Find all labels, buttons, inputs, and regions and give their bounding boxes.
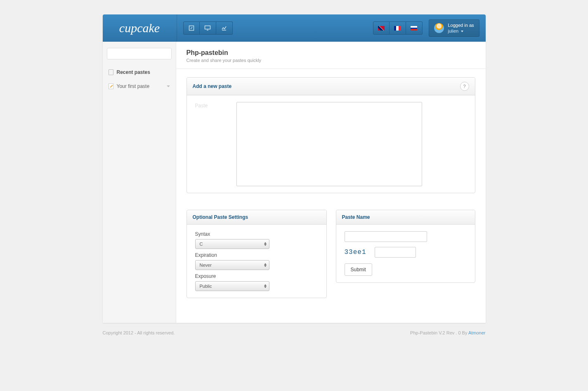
avatar	[434, 23, 444, 33]
submit-button[interactable]: Submit	[345, 263, 372, 276]
header: cupcake	[103, 14, 486, 42]
sidebar-item-first-paste[interactable]: Your first paste	[107, 81, 172, 92]
page-title: Php-pastebin	[187, 49, 475, 57]
expiration-select[interactable]: Never	[195, 260, 269, 270]
page-subtitle: Create and share your pastes quickly	[187, 58, 475, 63]
page-header: Php-pastebin Create and share your paste…	[176, 42, 486, 69]
paste-name-input[interactable]	[345, 231, 427, 242]
sidebar-item-label: Your first paste	[117, 83, 150, 89]
language-switcher	[373, 21, 423, 35]
lang-fr-button[interactable]	[390, 21, 406, 35]
select-arrows-icon	[264, 242, 267, 246]
syntax-select[interactable]: C	[195, 239, 269, 249]
logo[interactable]: cupcake	[119, 21, 160, 35]
select-arrows-icon	[264, 284, 267, 288]
settings-panel: Optional Paste Settings Syntax C	[187, 210, 327, 298]
uk-flag-icon	[378, 26, 385, 31]
chevron-down-icon	[167, 85, 170, 87]
stats-button[interactable]	[216, 21, 233, 35]
exposure-label: Exposure	[195, 273, 318, 279]
exposure-value: Public	[200, 284, 212, 289]
footer-link-atmoner[interactable]: Atmoner	[468, 330, 486, 335]
search-wrap	[107, 48, 172, 59]
syntax-label: Syntax	[195, 231, 318, 237]
footer-right-prefix: Php-Pastebin V.2 Rev . 0 By	[410, 330, 468, 335]
chart-icon	[221, 25, 227, 31]
captcha-text: 33ee1	[345, 249, 366, 256]
compose-icon	[189, 25, 194, 31]
display-button[interactable]	[200, 21, 216, 35]
add-paste-panel-head: Add a new paste ?	[187, 78, 475, 95]
username: julien	[448, 28, 459, 33]
lang-en-button[interactable]	[373, 21, 390, 35]
fr-flag-icon	[394, 26, 401, 31]
expiration-label: Expiration	[195, 252, 318, 258]
lang-ru-button[interactable]	[406, 21, 423, 35]
sidebar-heading-recent: Recent pastes	[107, 67, 172, 78]
header-actions	[183, 21, 233, 35]
user-menu[interactable]: Logged in as julien	[429, 19, 479, 37]
monitor-icon	[204, 25, 211, 31]
content: Php-pastebin Create and share your paste…	[176, 42, 486, 323]
settings-title: Optional Paste Settings	[193, 214, 248, 220]
help-button[interactable]: ?	[460, 82, 469, 91]
ru-flag-icon	[411, 26, 417, 31]
add-paste-panel: Add a new paste ? Paste	[187, 77, 475, 193]
syntax-value: C	[200, 242, 203, 246]
footer: Copyright 2012 - All rights reserved. Ph…	[103, 323, 486, 335]
select-arrows-icon	[264, 263, 267, 267]
logged-in-label: Logged in as	[448, 22, 474, 28]
edit-icon	[109, 83, 113, 89]
expiration-value: Never	[200, 263, 212, 268]
logo-area: cupcake	[103, 14, 177, 42]
paste-textarea[interactable]	[236, 102, 422, 186]
svg-rect-1	[205, 26, 210, 29]
recent-label: Recent pastes	[117, 69, 150, 75]
user-text: Logged in as julien	[448, 22, 474, 34]
exposure-select[interactable]: Public	[195, 281, 269, 291]
captcha-input[interactable]	[375, 247, 416, 258]
caret-down-icon	[461, 31, 463, 32]
search-input[interactable]	[107, 48, 172, 59]
document-icon	[109, 69, 113, 75]
paste-label: Paste	[195, 102, 212, 186]
compose-button[interactable]	[183, 21, 200, 35]
footer-left: Copyright 2012 - All rights reserved.	[103, 330, 175, 335]
sidebar: Recent pastes Your first paste	[103, 42, 176, 323]
add-paste-title: Add a new paste	[193, 83, 232, 89]
name-panel-title: Paste Name	[342, 214, 370, 220]
name-panel: Paste Name 33ee1 Submit	[336, 210, 475, 283]
